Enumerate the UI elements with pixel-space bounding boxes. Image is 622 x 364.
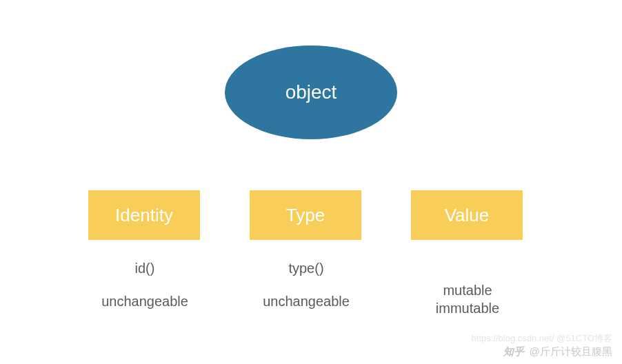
watermark-handle: @斤斤计较且腹黑: [530, 345, 612, 357]
desc-identity: unchangeable: [76, 292, 214, 310]
root-label: object: [285, 81, 337, 103]
desc-value-line1: mutable: [443, 283, 492, 298]
watermark-primary: 知乎 @斤斤计较且腹黑: [503, 345, 612, 358]
fn-type: type(): [237, 259, 375, 277]
box-identity-title: Identity: [115, 205, 173, 226]
box-type: Type: [250, 190, 361, 240]
box-value: Value: [411, 190, 523, 240]
watermark-secondary: https://blog.csdn.net/ @51CTO博客: [472, 332, 612, 345]
desc-type: unchangeable: [237, 292, 375, 310]
desc-value: mutable immutable: [399, 281, 536, 317]
root-oval: object: [225, 46, 397, 139]
box-value-title: Value: [445, 205, 490, 226]
fn-identity: id(): [76, 259, 214, 277]
box-identity: Identity: [88, 190, 200, 240]
desc-value-line2: immutable: [436, 301, 499, 316]
box-type-title: Type: [286, 205, 325, 226]
watermark-logo: 知乎: [503, 345, 524, 357]
